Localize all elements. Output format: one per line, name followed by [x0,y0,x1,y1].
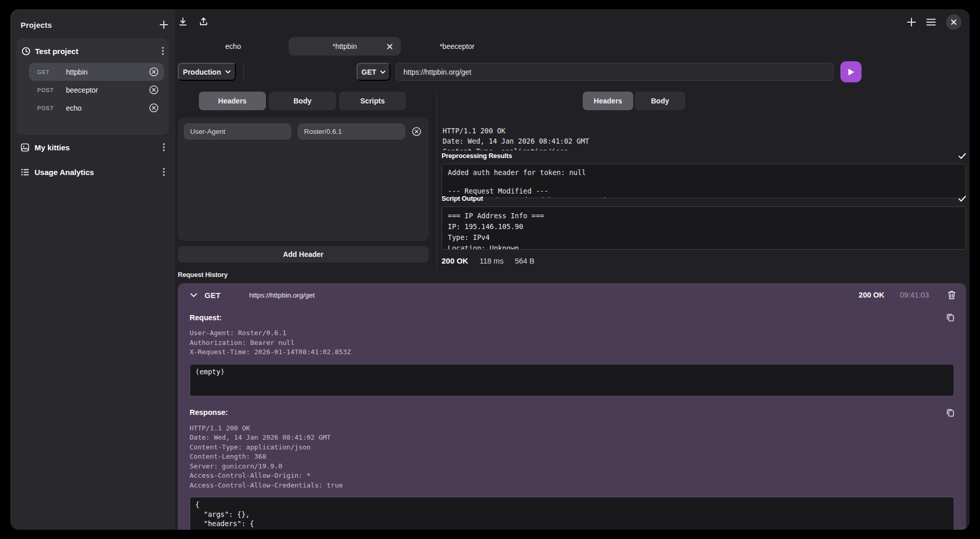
script-output-title: Script Output [442,195,483,202]
method-selector[interactable]: GET [357,63,391,81]
history-title: Request History [178,271,228,279]
history-status: 200 OK [859,291,885,299]
copy-response-button[interactable] [947,408,954,417]
request-name: beeceptor [66,86,147,94]
tab-response-headers[interactable]: Headers [583,92,633,110]
delete-history-button[interactable] [948,290,956,300]
preprocessing-header: Preprocessing Results [442,152,966,160]
projects-title: Projects [21,21,52,29]
remove-header-button[interactable] [412,127,421,136]
copy-icon [947,408,954,417]
export-button[interactable] [198,16,209,27]
sidebar-item-my-kitties[interactable]: My kitties [21,139,165,155]
project-header[interactable]: Test project [22,43,164,59]
collection-menu-button[interactable] [163,168,165,176]
preprocessing-title: Preprocessing Results [442,152,512,160]
request-name: echo [66,104,147,112]
header-key-input[interactable] [184,124,291,140]
upload-icon [198,16,209,27]
panel-divider [436,92,437,269]
history-response-headers: HTTP/1.1 200 OK Date: Wed, 14 Jan 2026 0… [190,424,954,491]
history-entry: GET https://httpbin.org/get 200 OK 09:41… [178,283,966,530]
request-item-beeceptor[interactable]: POST beeceptor [29,81,164,99]
project-name: Test project [35,47,157,56]
method-label: GET [362,68,377,76]
sidebar-item-label: My kitties [35,143,158,152]
delete-request-button[interactable] [149,67,159,77]
headers-editor [178,117,429,241]
tab-label: echo [225,42,241,50]
tab-label: *httpbin [332,42,357,50]
project-menu-button[interactable] [162,47,164,55]
download-icon [178,16,188,27]
check-icon [958,153,966,159]
play-icon [847,68,855,76]
add-project-button[interactable] [159,20,169,30]
app-menu-button[interactable] [925,17,937,27]
header-row [184,124,423,140]
sidebar-item-label: Usage Analytics [35,168,158,177]
plus-icon [159,20,169,30]
history-request-body: (empty) [190,364,954,396]
tab-label: Headers [218,97,246,105]
delete-request-button[interactable] [149,85,159,95]
tab-request-scripts[interactable]: Scripts [339,92,406,110]
history-request-headers: User-Agent: Roster/0.6.1 Authorization: … [190,328,954,357]
tab-echo[interactable]: echo [178,37,289,56]
chevron-down-icon [225,70,231,74]
tab-request-headers[interactable]: Headers [199,92,266,110]
tab-request-body[interactable]: Body [269,92,336,110]
close-icon [951,19,957,25]
tab-httpbin[interactable]: *httpbin [289,37,401,56]
script-output-console[interactable]: === IP Address Info === IP: 195.146.105.… [442,206,966,250]
sidebar: Projects Test project GET [10,9,175,530]
circle-x-icon [149,67,159,77]
status-size: 564 B [515,257,534,265]
new-tab-button[interactable] [906,16,917,28]
close-app-button[interactable] [946,14,961,30]
header-value-input[interactable] [298,124,405,140]
sidebar-item-usage-analytics[interactable]: Usage Analytics [21,164,165,180]
close-tab-button[interactable] [387,44,393,49]
response-status-row: 200 OK 118 ms 564 B [442,256,534,265]
copy-icon [947,313,954,322]
request-name: httpbin [66,68,147,76]
request-item-httpbin[interactable]: GET httpbin [29,63,164,81]
history-url: https://httpbin.org/get [249,291,852,299]
collection-menu-button[interactable] [163,143,165,151]
request-method: POST [37,87,64,93]
copy-request-button[interactable] [947,313,954,322]
request-item-echo[interactable]: POST echo [29,99,164,117]
request-method: GET [37,69,64,75]
environment-selector[interactable]: Production [178,63,236,81]
chevron-down-icon[interactable] [190,293,197,298]
add-header-button[interactable]: Add Header [178,246,429,263]
tab-label: Body [651,97,669,105]
environment-label: Production [183,68,221,76]
tab-beeceptor[interactable]: *beeceptor [401,37,513,56]
plus-icon [906,16,917,28]
kebab-icon [163,143,165,151]
check-icon [958,196,966,202]
toolbar-divider [243,63,244,81]
app-window: Projects Test project GET [10,9,970,530]
url-input[interactable] [396,63,834,81]
tab-response-body[interactable]: Body [635,92,685,110]
send-button[interactable] [840,61,861,82]
project-group: Test project GET httpbin [16,38,169,135]
response-headers-preview: HTTP/1.1 200 OK Date: Wed, 14 Jan 2026 0… [443,126,966,150]
request-label: Request: [190,314,222,322]
import-button[interactable] [178,16,188,27]
status-duration: 118 ms [480,257,503,265]
close-icon [387,44,393,49]
preprocessing-console[interactable]: Added auth header for token: null --- Re… [442,164,966,198]
response-label: Response: [190,408,228,416]
tab-label: *beeceptor [440,42,475,50]
trash-icon [948,290,956,300]
circle-x-icon [149,103,159,113]
delete-request-button[interactable] [149,103,159,113]
history-entry-header[interactable]: GET https://httpbin.org/get 200 OK 09:41… [178,283,966,307]
kebab-icon [162,47,164,55]
status-code: 200 OK [442,256,468,265]
list-icon [21,168,29,177]
